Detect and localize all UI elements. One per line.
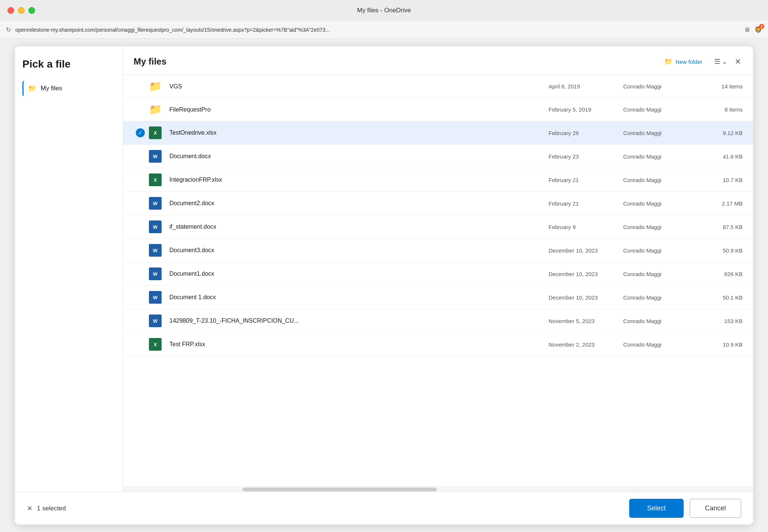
- folder-icon: 📁: [149, 80, 162, 93]
- svg-text:X: X: [154, 130, 157, 136]
- table-row[interactable]: ✓ X TestOnedrive.xlsxFebruary 29Conrado …: [123, 121, 753, 145]
- file-date: February 21: [549, 177, 623, 183]
- file-size: 10.7 KB: [698, 177, 743, 183]
- file-author: Conrado Maggi: [623, 200, 698, 207]
- file-date: February 9: [549, 224, 623, 230]
- table-row[interactable]: W Document3.docxDecember 10, 2023Conrado…: [123, 239, 753, 262]
- address-url[interactable]: openmilestone-my.sharepoint.com/personal…: [15, 27, 740, 33]
- list-view-icon: ☰: [714, 57, 720, 66]
- table-row[interactable]: 📁VGSApril 8, 2019Conrado Maggi14 items: [123, 75, 753, 98]
- file-size: 10.9 KB: [698, 341, 743, 348]
- excel-icon: X: [149, 126, 162, 139]
- minimize-traffic-light[interactable]: [18, 7, 25, 14]
- excel-icon: X: [149, 173, 162, 186]
- file-date: February 5, 2019: [549, 106, 623, 113]
- file-date: April 8, 2019: [549, 83, 623, 90]
- file-author: Conrado Maggi: [623, 294, 698, 301]
- view-toggle[interactable]: ☰ ⌄: [714, 57, 727, 66]
- close-traffic-light[interactable]: [7, 7, 14, 14]
- file-author: Conrado Maggi: [623, 153, 698, 160]
- word-icon: W: [149, 150, 162, 163]
- file-name: Document1.docx: [163, 270, 549, 277]
- folder-icon: 📁: [149, 103, 162, 116]
- table-row[interactable]: W Document.docxFebruary 23Conrado Maggi4…: [123, 145, 753, 168]
- file-size: 8 items: [698, 106, 743, 113]
- refresh-icon[interactable]: ↻: [6, 26, 11, 33]
- close-dialog-button[interactable]: ✕: [733, 56, 743, 68]
- file-date: November 2, 2023: [549, 341, 623, 348]
- cancel-button[interactable]: Cancel: [690, 499, 741, 518]
- file-size: 826 KB: [698, 271, 743, 277]
- chevron-down-icon: ⌄: [722, 57, 727, 66]
- file-name: 1429809_T-23.10_-FICHA_INSCRIPCION_CU...: [163, 317, 549, 324]
- file-author: Conrado Maggi: [623, 83, 698, 90]
- address-right-icons: 🖥 🦁: [744, 26, 762, 33]
- table-row[interactable]: X IntegracionFRP.xlsxFebruary 21Conrado …: [123, 168, 753, 192]
- file-size: 153 KB: [698, 318, 743, 324]
- select-button[interactable]: Select: [629, 499, 684, 518]
- file-icon-cell: W: [147, 267, 163, 280]
- file-size: 2.17 MB: [698, 200, 743, 207]
- word-icon: W: [149, 244, 162, 257]
- file-icon-cell: W: [147, 291, 163, 304]
- file-icon-cell: W: [147, 244, 163, 257]
- svg-text:W: W: [153, 154, 158, 159]
- address-bar: ↻ openmilestone-my.sharepoint.com/person…: [0, 21, 768, 39]
- sidebar-item-myfiles[interactable]: 📁 My files: [22, 81, 115, 96]
- file-name: Document.docx: [163, 153, 549, 160]
- sidebar-title: Pick a file: [22, 58, 115, 70]
- table-row[interactable]: W 1429809_T-23.10_-FICHA_INSCRIPCION_CU.…: [123, 309, 753, 333]
- table-row[interactable]: W Document1.docxDecember 10, 2023Conrado…: [123, 262, 753, 286]
- new-folder-button[interactable]: 📁 New folder: [658, 54, 708, 69]
- folder-icon: 📁: [28, 84, 36, 93]
- title-bar: My files - OneDrive: [0, 0, 768, 21]
- scrollbar-thumb[interactable]: [243, 488, 437, 491]
- brave-shield-icon[interactable]: 🦁: [755, 26, 762, 33]
- word-icon: W: [149, 291, 162, 304]
- word-icon: W: [149, 197, 162, 210]
- file-name: if_statement.docx: [163, 223, 549, 230]
- file-icon-cell: W: [147, 150, 163, 163]
- file-date: December 10, 2023: [549, 294, 623, 301]
- file-icon-cell: X: [147, 338, 163, 351]
- file-list: 📁VGSApril 8, 2019Conrado Maggi14 items📁F…: [123, 75, 753, 486]
- file-author: Conrado Maggi: [623, 106, 698, 113]
- dialog-footer: ✕ 1 selected Select Cancel: [15, 492, 753, 525]
- file-date: February 23: [549, 153, 623, 160]
- horizontal-scrollbar[interactable]: [123, 486, 753, 492]
- table-row[interactable]: W if_statement.docxFebruary 9Conrado Mag…: [123, 215, 753, 239]
- file-author: Conrado Maggi: [623, 177, 698, 183]
- file-list-title: My files: [134, 56, 166, 67]
- file-name: FileRequestPro: [163, 106, 549, 113]
- excel-icon: X: [149, 338, 162, 351]
- file-author: Conrado Maggi: [623, 130, 698, 136]
- svg-text:X: X: [154, 342, 157, 347]
- word-icon: W: [149, 314, 162, 327]
- table-row[interactable]: W Document 1.docxDecember 10, 2023Conrad…: [123, 286, 753, 309]
- clear-selection-button[interactable]: ✕: [27, 504, 32, 513]
- monitor-icon[interactable]: 🖥: [744, 26, 750, 33]
- header-actions: 📁 New folder ☰ ⌄ ✕: [658, 54, 743, 69]
- table-row[interactable]: 📁FileRequestProFebruary 5, 2019Conrado M…: [123, 98, 753, 121]
- file-list-header: My files 📁 New folder ☰ ⌄ ✕: [123, 46, 753, 75]
- file-author: Conrado Maggi: [623, 271, 698, 277]
- new-folder-label: New folder: [675, 59, 702, 65]
- word-icon: W: [149, 267, 162, 280]
- table-row[interactable]: W Document2.docxFebruary 21Conrado Maggi…: [123, 192, 753, 215]
- file-name: VGS: [163, 83, 549, 90]
- file-author: Conrado Maggi: [623, 341, 698, 348]
- word-icon: W: [149, 220, 162, 233]
- file-picker-dialog: Pick a file 📁 My files My files 📁 New fo…: [15, 46, 753, 525]
- file-date: December 10, 2023: [549, 247, 623, 254]
- file-icon-cell: 📁: [147, 80, 163, 93]
- file-size: 14 items: [698, 83, 743, 90]
- svg-text:W: W: [153, 318, 158, 324]
- svg-text:W: W: [153, 248, 158, 253]
- table-row[interactable]: X Test FRP.xlsxNovember 2, 2023Conrado M…: [123, 333, 753, 356]
- file-date: November 5, 2023: [549, 318, 623, 324]
- file-date: February 21: [549, 200, 623, 207]
- fullscreen-traffic-light[interactable]: [28, 7, 35, 14]
- file-size: 50.9 KB: [698, 247, 743, 254]
- selected-count-label: 1 selected: [37, 505, 66, 512]
- file-author: Conrado Maggi: [623, 224, 698, 230]
